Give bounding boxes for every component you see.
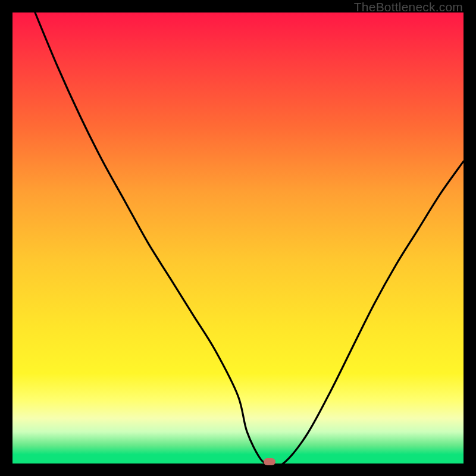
optimum-marker [264,458,275,465]
plot-area [12,12,464,464]
bottleneck-curve [12,12,464,464]
curve-path [35,12,464,464]
chart-frame: TheBottleneck.com [0,0,476,476]
watermark-text: TheBottleneck.com [354,0,463,14]
